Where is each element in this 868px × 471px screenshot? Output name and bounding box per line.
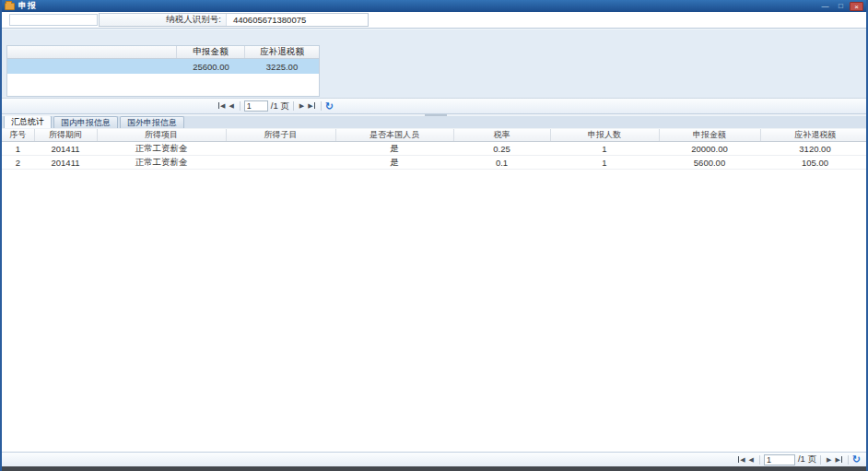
col-seq-no[interactable]: 序号: [2, 129, 34, 142]
cell-tax-due: 3120.00: [760, 142, 866, 156]
cell-tax-rate: 0.1: [453, 156, 550, 170]
cell-is-domestic-personnel: 是: [335, 142, 453, 156]
pager-separator: [293, 101, 294, 111]
maximize-button[interactable]: □: [834, 2, 848, 11]
first-page-button[interactable]: ◀: [217, 101, 227, 111]
summary-table: 申报金额 应补退税额 25600.00 3225.00: [6, 45, 320, 97]
cell-tax-rate: 0.25: [453, 142, 550, 156]
pager-separator: [820, 455, 821, 465]
cell-income-period: 201411: [34, 156, 97, 170]
page-total-label: /1 页: [798, 453, 816, 465]
spacer-panel: [2, 29, 866, 45]
detail-row[interactable]: 2 201411 正常工资薪金 是 0.1 1 5600.00 105.00: [2, 156, 866, 170]
detail-pager: ◀ ◀ /1 页 ▶ ▶ ↻: [2, 452, 866, 466]
summary-cell-tax-due: 3225.00: [245, 59, 319, 74]
cell-is-domestic-personnel: 是: [335, 156, 453, 170]
first-page-button[interactable]: ◀: [736, 455, 746, 465]
cell-declared-headcount: 1: [550, 142, 659, 156]
taxpayer-id-field: 纳税人识别号: 440605671380075: [99, 13, 369, 27]
pager-separator: [848, 455, 849, 465]
last-page-button[interactable]: ▶: [833, 455, 843, 465]
prev-page-button[interactable]: ◀: [227, 101, 235, 111]
cell-income-item: 正常工资薪金: [97, 156, 226, 170]
col-declared-headcount[interactable]: 申报人数: [550, 129, 659, 142]
pager-separator: [240, 101, 240, 111]
col-income-item[interactable]: 所得项目: [97, 129, 226, 142]
close-button[interactable]: ×: [850, 2, 863, 11]
page-total-label: /1 页: [271, 100, 289, 112]
next-page-button[interactable]: ▶: [298, 101, 306, 111]
tab-domestic-declaration-info[interactable]: 国内申报信息: [53, 116, 118, 128]
tab-foreign-declaration-info[interactable]: 国外申报信息: [120, 116, 184, 128]
cell-seq-no: 2: [2, 156, 34, 170]
cell-income-subitem: [226, 142, 335, 156]
summary-col-declared-amount: 申报金额: [177, 46, 245, 58]
cell-tax-due: 105.00: [760, 156, 866, 170]
detail-row[interactable]: 1 201411 正常工资薪金 是 0.25 1 20000.00 3120.0…: [2, 142, 866, 156]
col-tax-rate[interactable]: 税率: [453, 129, 550, 142]
pager-separator: [321, 101, 322, 111]
page-number-input[interactable]: [244, 100, 268, 112]
panel-splitter: [2, 114, 866, 116]
cell-declared-headcount: 1: [550, 156, 659, 170]
next-page-button[interactable]: ▶: [825, 455, 833, 465]
cell-seq-no: 1: [2, 142, 34, 156]
taxpayer-id-label: 纳税人识别号:: [100, 14, 227, 26]
app-folder-icon: [5, 3, 15, 10]
detail-grid: 序号 所得期间 所得项目 所得子目 是否本国人员 税率 申报人数 申报金额 应补…: [2, 129, 866, 452]
summary-panel: 申报金额 应补退税额 25600.00 3225.00: [2, 45, 866, 98]
tab-summary-statistics[interactable]: 汇总统计: [4, 115, 52, 128]
detail-header-row: 序号 所得期间 所得项目 所得子目 是否本国人员 税率 申报人数 申报金额 应补…: [2, 129, 866, 142]
cell-income-item: 正常工资薪金: [97, 142, 226, 156]
last-page-button[interactable]: ▶: [306, 101, 316, 111]
summary-col-blank: [7, 46, 177, 58]
splitter-grip[interactable]: [425, 114, 447, 116]
col-is-domestic-personnel[interactable]: 是否本国人员: [335, 129, 453, 142]
col-tax-due[interactable]: 应补退税额: [760, 129, 866, 142]
cell-income-subitem: [226, 156, 335, 170]
window-bottom-edge: [2, 466, 866, 471]
window-title: 申报: [18, 0, 37, 12]
tab-bar: 汇总统计 国内申报信息 国外申报信息: [2, 116, 866, 129]
col-income-period[interactable]: 所得期间: [34, 129, 97, 142]
cell-declared-amount: 20000.00: [659, 142, 760, 156]
summary-pager: ◀ ◀ /1 页 ▶ ▶ ↻: [2, 98, 866, 114]
summary-row-selected[interactable]: 25600.00 3225.00: [7, 59, 319, 74]
cell-income-period: 201411: [34, 142, 97, 156]
window-controls: — □ ×: [818, 2, 863, 11]
summary-cell-declared-amount: 25600.00: [177, 59, 245, 74]
page-number-input[interactable]: [764, 454, 795, 465]
prev-page-button[interactable]: ◀: [747, 455, 756, 465]
cell-declared-amount: 5600.00: [659, 156, 760, 170]
refresh-icon[interactable]: ↻: [325, 101, 334, 112]
taxpayer-id-value[interactable]: 440605671380075: [227, 15, 306, 25]
col-income-subitem[interactable]: 所得子目: [226, 129, 335, 142]
title-bar: 申报 — □ ×: [2, 0, 866, 12]
refresh-icon[interactable]: ↻: [852, 454, 861, 465]
empty-input[interactable]: [9, 14, 98, 26]
pager-separator: [759, 455, 760, 465]
summary-col-tax-due: 应补退税额: [245, 46, 319, 58]
taxpayer-form-row: 纳税人识别号: 440605671380075: [2, 12, 866, 29]
app-window: 申报 — □ × 纳税人识别号: 440605671380075 申报金额 应补…: [0, 0, 868, 471]
minimize-button[interactable]: —: [818, 2, 832, 11]
col-declared-amount[interactable]: 申报金额: [659, 129, 760, 142]
summary-header-row: 申报金额 应补退税额: [7, 46, 319, 59]
summary-cell-blank: [7, 59, 177, 74]
